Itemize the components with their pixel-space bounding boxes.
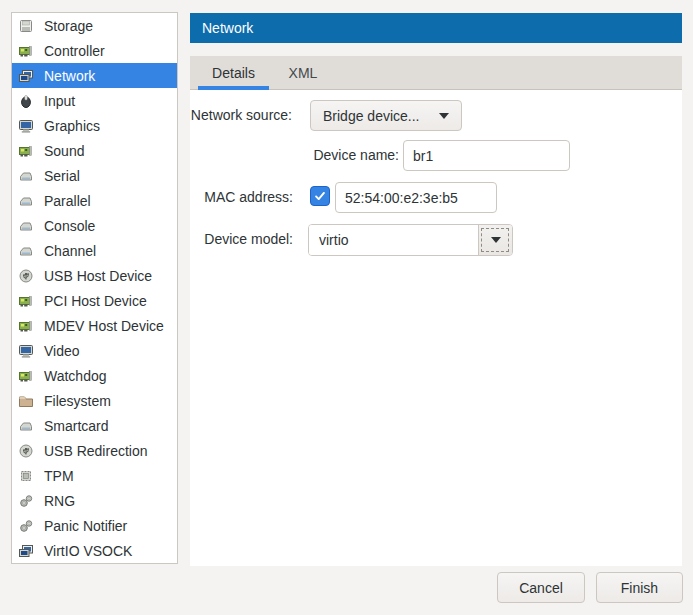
sidebar-item-panic-notifier[interactable]: Panic Notifier [12,513,177,538]
sidebar-item-label: Parallel [44,193,91,209]
sidebar-item-label: USB Redirection [44,443,148,459]
usb-icon [18,443,34,459]
monitor-icon [18,343,34,359]
network-source-dropdown[interactable]: Bridge device... [310,100,462,131]
cancel-button[interactable]: Cancel [497,572,585,603]
usb-icon [18,268,34,284]
sidebar-item-rng[interactable]: RNG [12,488,177,513]
sidebar-item-usb-host-device[interactable]: USB Host Device [12,263,177,288]
folder-icon [18,393,34,409]
sidebar-item-label: PCI Host Device [44,293,147,309]
sidebar-item-console[interactable]: Console [12,213,177,238]
sidebar-item-watchdog[interactable]: Watchdog [12,363,177,388]
details-pane: Network source: Bridge device... Device … [190,90,682,566]
checkmark-icon [313,189,327,203]
sidebar-item-label: Serial [44,168,80,184]
tab-details[interactable]: Details [198,56,269,90]
sidebar-item-filesystem[interactable]: Filesystem [12,388,177,413]
chip-icon [18,468,34,484]
hardware-type-list: StorageControllerNetworkInputGraphicsSou… [11,12,178,564]
sidebar-item-tpm[interactable]: TPM [12,463,177,488]
serial-device-icon [18,168,34,184]
sidebar-item-virtio-vsock[interactable]: VirtIO VSOCK [12,538,177,563]
monitor-icon [18,118,34,134]
storage-icon [18,18,34,34]
network-source-label: Network source: [190,100,292,131]
sidebar-item-serial[interactable]: Serial [12,163,177,188]
sidebar-item-label: VirtIO VSOCK [44,543,132,559]
device-model-dropdown-button[interactable] [478,225,512,255]
device-model-input[interactable] [309,225,478,255]
sidebar-item-label: Watchdog [44,368,107,384]
sidebar-item-label: Input [44,93,75,109]
chevron-down-icon [439,113,449,119]
device-model-combo [308,224,513,256]
tab-bar: Details XML [190,56,682,90]
sidebar-item-label: Graphics [44,118,100,134]
gears-icon [18,493,34,509]
pci-card-icon [18,293,34,309]
sidebar-item-pci-host-device[interactable]: PCI Host Device [12,288,177,313]
device-name-label: Device name: [190,140,399,171]
finish-button[interactable]: Finish [596,572,683,603]
sidebar-item-label: MDEV Host Device [44,318,164,334]
mac-address-label: MAC address: [190,182,293,213]
sidebar-item-label: TPM [44,468,74,484]
network-source-value: Bridge device... [323,108,420,124]
sidebar-item-label: Console [44,218,95,234]
serial-device-icon [18,243,34,259]
tab-xml[interactable]: XML [278,56,328,90]
network-icon [18,543,34,559]
sidebar-item-sound[interactable]: Sound [12,138,177,163]
sidebar-item-label: Controller [44,43,105,59]
sidebar-item-label: Smartcard [44,418,109,434]
sidebar-item-label: Sound [44,143,84,159]
pci-card-icon [18,318,34,334]
sidebar-item-channel[interactable]: Channel [12,238,177,263]
device-name-input[interactable] [403,140,570,171]
sidebar-item-label: Storage [44,18,93,34]
sidebar-item-label: Panic Notifier [44,518,127,534]
device-model-label: Device model: [190,224,293,255]
sidebar-item-input[interactable]: Input [12,88,177,113]
mac-address-input[interactable] [335,182,497,213]
gears-icon [18,518,34,534]
pci-card-icon [18,43,34,59]
sidebar-item-label: USB Host Device [44,268,152,284]
sidebar-item-mdev-host-device[interactable]: MDEV Host Device [12,313,177,338]
sidebar-item-network[interactable]: Network [12,63,177,88]
sidebar-item-label: Network [44,68,95,84]
sidebar-item-label: Video [44,343,80,359]
chevron-down-icon [491,237,501,243]
mouse-icon [18,93,34,109]
sidebar-item-video[interactable]: Video [12,338,177,363]
sidebar-item-controller[interactable]: Controller [12,38,177,63]
sidebar-item-label: Channel [44,243,96,259]
serial-device-icon [18,193,34,209]
sidebar-item-label: Filesystem [44,393,111,409]
pci-card-icon [18,368,34,384]
sidebar-item-storage[interactable]: Storage [12,13,177,38]
sidebar-item-usb-redirection[interactable]: USB Redirection [12,438,177,463]
sidebar-item-label: RNG [44,493,75,509]
serial-device-icon [18,418,34,434]
add-hardware-dialog: { "header": { "title": "Network" }, "tab… [0,0,693,615]
panel-header: Network [190,13,682,43]
serial-device-icon [18,218,34,234]
sidebar-item-parallel[interactable]: Parallel [12,188,177,213]
page-title: Network [202,20,253,36]
sidebar-item-graphics[interactable]: Graphics [12,113,177,138]
sidebar-item-smartcard[interactable]: Smartcard [12,413,177,438]
network-icon [18,68,34,84]
mac-address-checkbox[interactable] [310,186,330,206]
pci-card-icon [18,143,34,159]
